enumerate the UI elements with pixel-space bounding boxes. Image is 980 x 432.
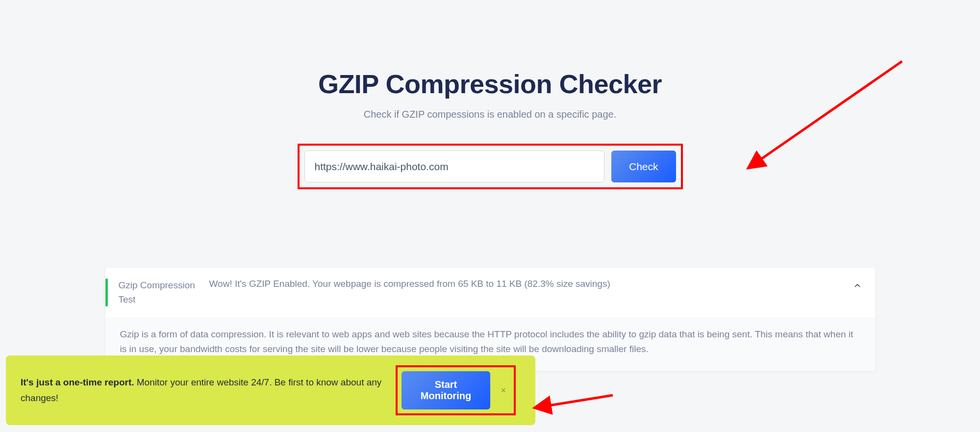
banner-text-bold: It's just a one-time report. [21,377,134,387]
page-subtitle: Check if GZIP compessions is enabled on … [0,109,980,120]
result-label: Gzip Compression Test [119,279,204,306]
page-title: GZIP Compression Checker [0,69,980,99]
url-input[interactable] [304,151,604,182]
monitor-banner: It's just a one-time report. Monitor you… [6,356,535,425]
result-message: Wow! It's GZIP Enabled. Your webpage is … [209,279,845,289]
result-header[interactable]: Gzip Compression Test Wow! It's GZIP Ena… [105,268,875,317]
chevron-up-icon[interactable] [854,279,860,289]
banner-button-highlight: Start Monitoring × [396,365,516,415]
banner-text: It's just a one-time report. Monitor you… [21,375,386,407]
check-button[interactable]: Check [611,151,676,182]
annotation-arrow-icon [529,388,618,417]
close-icon[interactable]: × [501,385,506,396]
start-monitoring-button[interactable]: Start Monitoring [402,371,490,409]
url-check-form: Check [298,144,683,189]
status-indicator [105,279,108,306]
svg-line-3 [537,395,613,407]
